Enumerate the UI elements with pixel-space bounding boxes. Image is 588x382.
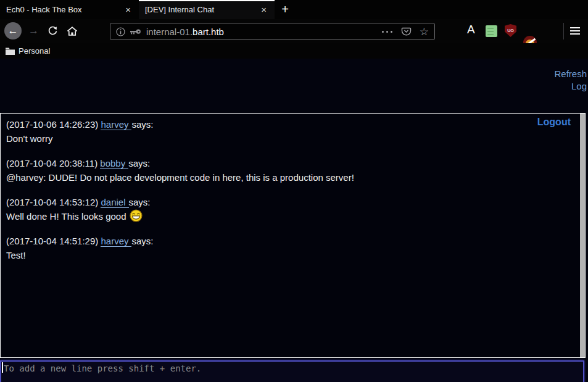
logout-link[interactable]: Logout [537, 117, 571, 128]
site-info-icon[interactable] [116, 27, 125, 36]
user-link-harvey[interactable]: harvey [101, 236, 131, 247]
says-label: says: [129, 197, 151, 207]
navigation-toolbar: ← → internal-01.bart.htb [0, 19, 588, 43]
says-label: says: [128, 158, 150, 168]
new-tab-button[interactable]: + [275, 0, 296, 19]
refresh-link[interactable]: Refresh [554, 69, 587, 79]
page-content: Refresh Log Logout (2017-10-06 14:26:23)… [0, 59, 588, 382]
tab-hack-the-box[interactable]: Ech0 - Hack The Box × [0, 0, 139, 19]
user-link-daniel[interactable]: daniel [101, 197, 128, 208]
url-subdomain: internal-01. [146, 27, 193, 37]
message-text: Well done H! This looks good [6, 209, 579, 223]
tab-title: Ech0 - Hack The Box [6, 5, 118, 14]
says-label: says: [131, 119, 153, 130]
user-link-harvey[interactable]: harvey [101, 119, 131, 130]
forward-button[interactable]: → [28, 25, 39, 37]
message-text: Test! [6, 248, 579, 262]
tab-bar: Ech0 - Hack The Box × [DEV] Internal Cha… [0, 0, 588, 19]
folder-icon [5, 47, 15, 56]
says-label: says: [131, 236, 153, 246]
menu-button[interactable] [570, 27, 580, 36]
message-header: (2017-10-04 14:51:29) harveysays: [6, 234, 579, 248]
message-timestamp: (2017-10-06 14:26:23) [6, 119, 98, 130]
extension-green-icon[interactable] [486, 25, 497, 37]
message-timestamp: (2017-10-04 20:38:11) [6, 158, 97, 168]
chat-box: Logout (2017-10-06 14:26:23) harveysays:… [0, 113, 586, 358]
toolbar-separator [563, 23, 564, 39]
message-row: (2017-10-04 14:53:12) danielsays: Well d… [6, 195, 579, 223]
message-timestamp: (2017-10-04 14:51:29) [6, 236, 98, 246]
url-bar[interactable]: internal-01.bart.htb ☆ [110, 23, 435, 40]
url-domain: bart.htb [193, 27, 224, 37]
user-link-bobby[interactable]: bobby [100, 158, 128, 169]
message-text: @harvey: DUDE! Do not place development … [6, 170, 579, 185]
grinning-face-emoji-icon [130, 209, 143, 222]
bookmark-label: Personal [19, 46, 50, 56]
log-link[interactable]: Log [571, 81, 587, 91]
url-text: internal-01.bart.htb [146, 27, 224, 37]
message-header: (2017-10-04 14:53:12) danielsays: [6, 195, 579, 209]
chat-input[interactable] [0, 360, 584, 382]
message-row: (2017-10-04 14:51:29) harveysays: Test! [6, 234, 579, 262]
forward-arrow-icon: → [28, 25, 39, 36]
reload-icon [48, 26, 58, 36]
tab-close-icon[interactable]: × [259, 4, 268, 15]
ublock-origin-icon[interactable]: UO [505, 24, 516, 37]
chat-scrollbar[interactable] [580, 114, 585, 357]
message-timestamp: (2017-10-04 14:53:12) [6, 197, 98, 207]
home-button[interactable] [67, 26, 78, 39]
tab-title: [DEV] Internal Chat [145, 5, 254, 14]
page-actions-icon[interactable] [382, 31, 392, 33]
tab-close-icon[interactable]: × [123, 4, 133, 15]
hamburger-icon [570, 27, 580, 28]
bookmark-folder-personal[interactable]: Personal [5, 46, 50, 56]
reload-button[interactable] [48, 26, 58, 39]
bookmarks-bar: Personal [0, 43, 588, 59]
extension-a-icon[interactable]: A [467, 23, 475, 36]
message-header: (2017-10-04 20:38:11) bobbysays: [6, 156, 579, 170]
back-button[interactable]: ← [4, 22, 22, 39]
pocket-icon[interactable] [401, 27, 412, 36]
message-row: (2017-10-06 14:26:23) harveysays: Don't … [6, 117, 579, 146]
message-row: (2017-10-04 20:38:11) bobbysays: @harvey… [6, 156, 579, 185]
back-arrow-icon: ← [8, 25, 19, 37]
message-header: (2017-10-06 14:26:23) harveysays: [6, 117, 579, 131]
bookmark-star-icon[interactable]: ☆ [420, 27, 429, 37]
tab-internal-chat[interactable]: [DEV] Internal Chat × [139, 0, 275, 19]
message-list: (2017-10-06 14:26:23) harveysays: Don't … [1, 114, 585, 276]
text-cursor [2, 362, 3, 373]
home-icon [67, 26, 78, 36]
message-text: Don't worry [6, 131, 579, 146]
saved-login-key-icon[interactable] [130, 28, 141, 35]
